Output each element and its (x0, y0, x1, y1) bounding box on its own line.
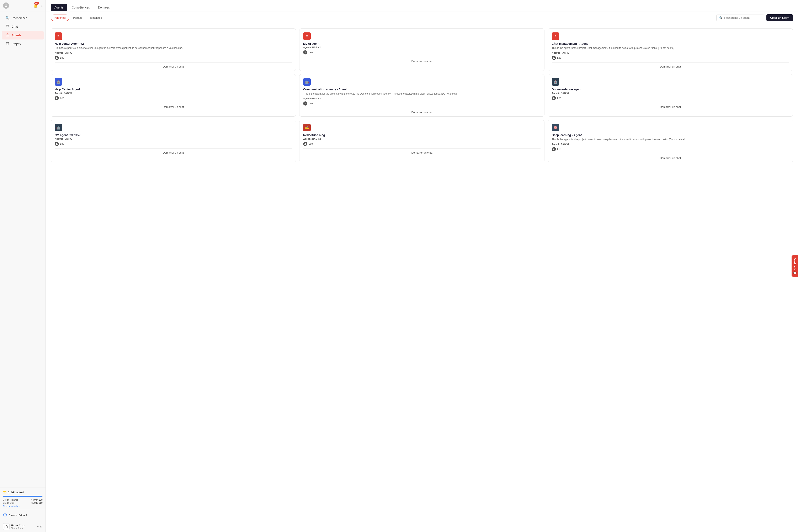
agents-icon (5, 33, 10, 37)
sidebar-item-rechercher-label: Rechercher (12, 16, 26, 20)
org-icon (3, 523, 10, 530)
agent-card-title: My AI agent (303, 42, 540, 45)
help-icon: ? (3, 513, 7, 518)
search-icon: 🔍 (719, 16, 723, 20)
agent-card-description: This is the agent for the project I want… (552, 137, 789, 141)
agent-card-deep-learning-agent[interactable]: 🧠 Deep learning - Agent This is the agen… (548, 120, 793, 162)
credit-total-row: Crédit total : 45 000 000 (3, 502, 43, 504)
svg-point-0 (5, 4, 7, 6)
search-icon: 🔍 (5, 16, 10, 20)
agents-grid: ≡ Help center Agent V2 Un modèle pour vo… (46, 24, 798, 167)
agent-card-user: Lee (303, 101, 540, 106)
sidebar-item-projets[interactable]: Projets (2, 40, 44, 48)
agent-start-chat-button[interactable]: Démarrer un chat (552, 103, 789, 111)
credit-section: 💳 Crédit actuel Crédit restant : 44 094 … (0, 488, 45, 509)
svg-rect-7 (6, 42, 9, 45)
agent-card-help-center-agent[interactable]: 🤖 Help Center Agent Agentic RAG V2 Lee D… (51, 74, 296, 117)
agent-card-title: Documentation agent (552, 88, 789, 91)
svg-rect-12 (5, 526, 8, 528)
credit-bar-fill (3, 496, 42, 497)
help-section: ? Besoin d'aide ? (0, 509, 45, 521)
agent-start-chat-button[interactable]: Démarrer un chat (303, 148, 540, 157)
sidebar-item-rechercher[interactable]: 🔍 Rechercher (2, 14, 44, 22)
credit-total-value: 45 000 000 (31, 502, 43, 504)
agent-card-title: Communication agency - Agent (303, 88, 540, 91)
main-content: Agents Compétences Données Personnel Par… (46, 0, 798, 532)
help-button[interactable]: ? Besoin d'aide ? (3, 511, 43, 519)
notifications-bell[interactable]: 🔔 99+ (33, 3, 38, 8)
svg-point-6 (8, 35, 8, 35)
notification-badge: 99+ (34, 2, 39, 4)
agent-icon: 🧠 (552, 124, 559, 131)
agent-user-name: Lee (60, 97, 64, 99)
tab-templates[interactable]: Templates (87, 15, 105, 21)
tab-donnees[interactable]: Données (94, 4, 113, 11)
feedback-label: Feedback (793, 258, 796, 270)
agent-start-chat-button[interactable]: Démarrer un chat (552, 154, 789, 162)
agent-icon: ≡ (303, 33, 311, 40)
tab-competences[interactable]: Compétences (68, 4, 94, 11)
agent-card-model: Agentic RAG V2 (303, 46, 540, 49)
agent-start-chat-button[interactable]: Démarrer un chat (303, 108, 540, 116)
agent-user-avatar (552, 56, 556, 60)
credit-details-link[interactable]: Plus de détails → (3, 505, 43, 508)
svg-point-18 (553, 97, 554, 98)
org-subtitle: Team Starter (11, 527, 36, 530)
sidebar-item-projets-label: Projets (12, 42, 21, 46)
agent-user-name: Lee (60, 142, 64, 145)
agent-card-description: This is the agent for the project Chat m… (552, 46, 789, 50)
agent-card-communication-agency[interactable]: 🤖 Communication agency - Agent This is t… (299, 74, 545, 117)
search-input[interactable] (724, 16, 762, 19)
agent-start-chat-button[interactable]: Démarrer un chat (55, 103, 292, 111)
agent-card-documentation-agent[interactable]: 🤖 Documentation agent Agentic RAG V2 Lee… (548, 74, 793, 117)
agent-icon: 🤖 (55, 124, 62, 131)
agent-icon: 🤖 (55, 78, 62, 86)
credit-remaining-label: Crédit restant : (3, 498, 18, 501)
search-box[interactable]: 🔍 (716, 15, 764, 21)
agent-user-name: Lee (309, 102, 313, 105)
agent-user-avatar (55, 142, 59, 146)
sidebar-item-chat-label: Chat (12, 25, 18, 28)
agent-card-model: Agentic RAG V2 (303, 97, 540, 100)
agent-start-chat-button[interactable]: Démarrer un chat (303, 57, 540, 65)
sidebar-item-agents[interactable]: Agents (2, 31, 44, 39)
svg-rect-1 (6, 25, 9, 27)
agent-start-chat-button[interactable]: Démarrer un chat (55, 62, 292, 71)
sidebar: 🔔 99+ « 🔍 Rechercher Chat Agents (0, 0, 46, 532)
agent-user-avatar (55, 56, 59, 60)
credit-total-label: Crédit total : (3, 502, 15, 504)
agent-card-chat-management[interactable]: ≡ Chat management - Agent This is the ag… (548, 28, 793, 71)
svg-point-15 (553, 57, 554, 58)
projets-icon (5, 42, 10, 46)
agent-user-avatar (303, 142, 307, 146)
agent-card-model: Agentic RAG V2 (552, 92, 789, 94)
agent-user-name: Lee (557, 97, 561, 99)
agent-card-user: Lee (552, 56, 789, 60)
agent-card-cm-agent-swiftask[interactable]: 🤖 CM agent Swiftask Agentic RAG V2 Lee D… (51, 120, 296, 162)
main-header: Agents Compétences Données (46, 0, 798, 12)
agent-user-avatar (552, 96, 556, 100)
agent-start-chat-button[interactable]: Démarrer un chat (55, 148, 292, 157)
agent-card-user: Lee (55, 56, 292, 60)
agent-card-my-ai-agent[interactable]: ≡ My AI agent Agentic RAG V2 Lee Démarre… (299, 28, 545, 71)
agent-user-avatar (303, 50, 307, 54)
sidebar-nav: 🔍 Rechercher Chat Agents Projets (0, 12, 45, 488)
feedback-button[interactable]: Feedback 💬 (792, 255, 798, 277)
tab-partage[interactable]: Partagé (70, 15, 86, 21)
chat-icon (5, 24, 10, 29)
tab-personnel[interactable]: Personnel (51, 15, 69, 21)
collapse-sidebar-button[interactable]: « (41, 4, 43, 7)
org-expand-button[interactable]: ▾ (37, 525, 39, 528)
org-settings-button[interactable]: ⚙ (40, 525, 43, 528)
agent-user-name: Lee (557, 56, 561, 59)
create-agent-button[interactable]: Créer un agent (766, 14, 793, 21)
agent-card-help-center-v2[interactable]: ≡ Help center Agent V2 Un modèle pour vo… (51, 28, 296, 71)
agent-start-chat-button[interactable]: Démarrer un chat (552, 62, 789, 71)
tab-agents[interactable]: Agents (51, 4, 67, 11)
org-info: Futur Corp Team Starter (11, 524, 36, 530)
svg-point-19 (56, 143, 57, 144)
sub-header: Personnel Partagé Templates 🔍 Créer un a… (46, 12, 798, 24)
sidebar-item-chat[interactable]: Chat (2, 22, 44, 31)
agent-card-redactrice-blog[interactable]: ✍ Rédactrice blog Agentic RAG V2 Lee Dém… (299, 120, 545, 162)
agent-card-title: Rédactrice blog (303, 133, 540, 137)
